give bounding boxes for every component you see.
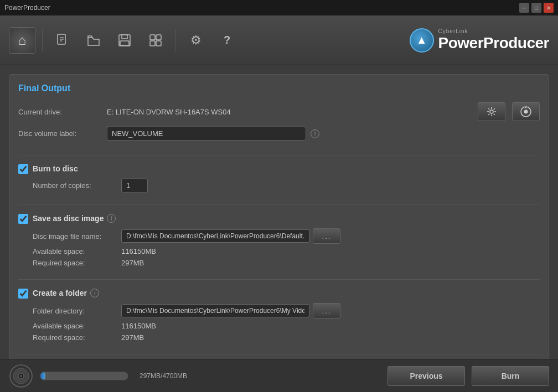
folder-dir-row: Folder directory: ... — [33, 303, 540, 318]
folder-avail-value: 116150MB — [121, 322, 156, 330]
disc-image-req-label: Required space: — [33, 259, 121, 267]
svg-rect-7 — [150, 35, 155, 40]
progress-text: 297MB/4700MB — [140, 372, 187, 380]
svg-rect-10 — [156, 41, 161, 46]
drive-buttons — [473, 102, 540, 121]
footer-right: Previous Burn — [388, 366, 549, 386]
folder-path-input[interactable] — [121, 304, 309, 317]
folder-avail-row: Available space: 116150MB — [33, 322, 540, 330]
folder-browse-button[interactable]: ... — [313, 303, 340, 318]
panel-title: Final Output — [18, 83, 540, 93]
open-button[interactable] — [80, 27, 107, 54]
brand-icon: ▲ — [410, 28, 434, 53]
folder-avail-label: Available space: — [33, 322, 121, 330]
new-button[interactable] — [49, 27, 76, 54]
svg-point-18 — [20, 375, 22, 377]
copies-label: Number of copies: — [33, 181, 121, 190]
eject-button[interactable] — [512, 102, 540, 121]
burn-content: Number of copies: — [33, 179, 540, 192]
volume-label: Disc volume label: — [18, 129, 107, 138]
wrench-button[interactable] — [478, 102, 505, 121]
folder-dir-label: Folder directory: — [33, 307, 121, 315]
main-content: Final Output Current drive: E: LITE-ON D… — [0, 65, 558, 359]
toolbar-icons: ⌂ — [9, 27, 240, 54]
disc-image-path-input[interactable] — [121, 229, 309, 243]
svg-rect-4 — [119, 35, 130, 46]
disc-image-section: Save as disc image i Disc image file nam… — [18, 214, 540, 280]
disc-image-req-value: 297MB — [121, 259, 144, 267]
drive-label: Current drive: — [18, 108, 107, 116]
folder-req-row: Required space: 297MB — [33, 333, 540, 342]
disc-image-avail-label: Available space: — [33, 247, 121, 255]
progress-bar — [40, 372, 128, 380]
file-name-row: Disc image file name: ... — [33, 228, 540, 244]
toolbar-separator-2 — [175, 29, 176, 51]
minimize-button[interactable]: ─ — [519, 3, 529, 13]
export-button[interactable] — [142, 27, 169, 54]
progress-fill — [40, 372, 45, 380]
svg-rect-6 — [120, 41, 129, 45]
folder-section: Create a folder i Folder directory: ... … — [18, 289, 540, 354]
disc-image-checkbox-row: Save as disc image i — [18, 214, 540, 224]
copies-input[interactable] — [121, 179, 148, 192]
folder-checkbox-row: Create a folder i — [18, 289, 540, 299]
brand-text: CyberLink PowerProducer — [438, 28, 549, 52]
folder-req-value: 297MB — [121, 333, 144, 342]
close-button[interactable]: ✕ — [544, 3, 554, 13]
final-output-panel: Final Output Current drive: E: LITE-ON D… — [9, 74, 549, 359]
window-controls: ─ □ ✕ — [519, 3, 554, 13]
disc-image-checkbox[interactable] — [18, 214, 28, 224]
drive-value: E: LITE-ON DVDRW SH-16A7S WS04 — [107, 108, 473, 116]
title-bar: PowerProducer ─ □ ✕ — [0, 0, 558, 15]
svg-rect-9 — [150, 41, 155, 46]
maximize-button[interactable]: □ — [531, 3, 541, 13]
disc-image-avail-row: Available space: 116150MB — [33, 247, 540, 255]
help-button[interactable]: ? — [214, 27, 240, 54]
folder-checkbox[interactable] — [18, 289, 28, 299]
disc-image-label[interactable]: Save as disc image — [33, 214, 104, 223]
folder-label[interactable]: Create a folder — [33, 289, 87, 297]
volume-info-icon[interactable]: i — [311, 129, 319, 138]
folder-req-label: Required space: — [33, 333, 121, 342]
disc-icon — [9, 364, 33, 388]
burn-label[interactable]: Burn to disc — [33, 164, 78, 173]
disc-image-avail-value: 116150MB — [121, 247, 156, 255]
svg-rect-5 — [122, 35, 127, 39]
disc-image-req-row: Required space: 297MB — [33, 259, 540, 267]
file-name-label: Disc image file name: — [33, 232, 121, 241]
volume-row: Disc volume label: i — [18, 127, 540, 140]
brand-name: PowerProducer — [438, 34, 549, 52]
home-button[interactable]: ⌂ — [9, 27, 35, 54]
copies-row: Number of copies: — [33, 179, 540, 192]
toolbar-separator-1 — [42, 29, 43, 51]
toolbar: ⌂ — [0, 15, 558, 65]
settings-button[interactable]: ⚙ — [183, 27, 209, 54]
svg-rect-8 — [156, 35, 161, 40]
save-button[interactable] — [111, 27, 138, 54]
svg-point-11 — [490, 110, 493, 113]
brand-cyberlink: CyberLink — [438, 28, 549, 34]
brand-logo: ▲ CyberLink PowerProducer — [410, 28, 549, 53]
disc-image-info-icon[interactable]: i — [107, 214, 116, 223]
folder-content: Folder directory: ... Available space: 1… — [33, 303, 540, 342]
previous-button[interactable]: Previous — [388, 366, 465, 386]
disc-image-browse-button[interactable]: ... — [313, 228, 340, 244]
burn-checkbox-row: Burn to disc — [18, 164, 540, 174]
burn-button[interactable]: Burn — [472, 366, 549, 386]
footer: 297MB/4700MB Previous Burn — [0, 359, 558, 392]
disc-image-content: Disc image file name: ... Available spac… — [33, 228, 540, 267]
volume-input[interactable] — [107, 127, 306, 140]
folder-info-icon[interactable]: i — [90, 289, 99, 297]
burn-checkbox[interactable] — [18, 164, 28, 174]
app-title: PowerProducer — [4, 4, 50, 12]
svg-point-13 — [524, 110, 528, 114]
progress-container — [40, 372, 128, 380]
drive-section: Current drive: E: LITE-ON DVDRW SH-16A7S… — [18, 102, 540, 155]
burn-section: Burn to disc Number of copies: — [18, 164, 540, 205]
footer-left: 297MB/4700MB — [9, 364, 187, 388]
drive-row: Current drive: E: LITE-ON DVDRW SH-16A7S… — [18, 102, 540, 121]
